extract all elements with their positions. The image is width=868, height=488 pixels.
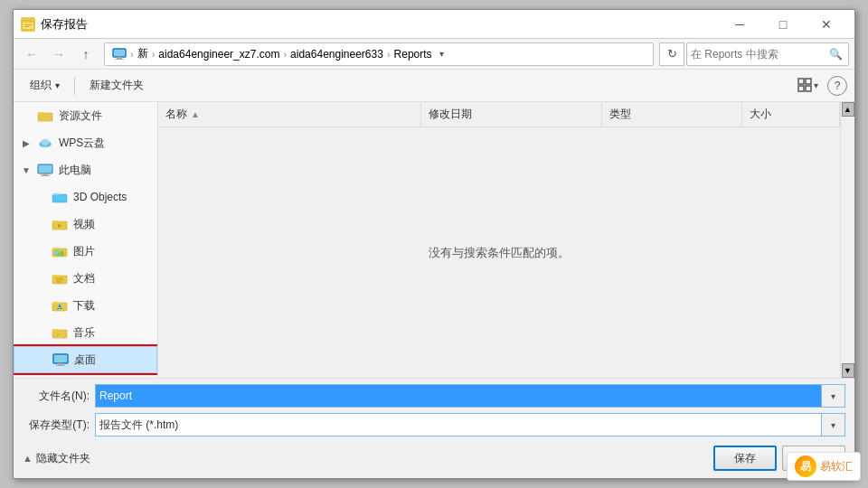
filetype-input[interactable] [95,413,822,436]
col-name[interactable]: 名称 ▲ [158,102,421,127]
bottom-section: 文件名(N): ▾ 保存类型(T): ▾ ▲ 隐藏文件夹 保存 取消 [14,378,854,478]
filename-input[interactable] [95,384,822,408]
search-icon: 🔍 [826,48,844,61]
col-size[interactable]: 大小 [742,102,840,127]
expand-icon: ▲ [23,453,33,464]
sidebar-label-3d: 3D Objects [73,191,127,203]
forward-button[interactable]: → [46,42,71,67]
wps-cloud-icon [37,136,53,149]
file-list-body: 没有与搜索条件匹配的项。 [158,127,840,378]
sidebar-item-video[interactable]: 视频 [14,211,157,238]
3d-folder-icon [52,191,68,203]
svg-rect-37 [56,365,65,366]
svg-rect-17 [42,174,48,175]
svg-rect-19 [52,194,67,202]
svg-rect-11 [38,113,52,121]
save-button[interactable]: 保存 [713,446,777,471]
breadcrumb-aida633: aida64engineer633 [290,48,383,61]
sidebar-item-3d-objects[interactable]: 3D Objects [14,183,157,211]
svg-rect-28 [56,282,61,283]
scrollbar-track[interactable]: ▲ ▼ [840,102,854,378]
toggle-resources [21,110,32,121]
picture-folder-icon [52,245,68,258]
sidebar-label-resources: 资源文件 [59,108,102,124]
breadcrumb-desktop-icon [112,48,127,61]
breadcrumb-reports: Reports [394,48,432,61]
search-input[interactable] [691,48,826,61]
nav-bar: ← → ↑ › 新 › aida64engineer_xz7.com › aid… [14,39,854,70]
empty-message: 没有与搜索条件匹配的项。 [429,245,570,261]
filename-label: 文件名(N): [23,389,95,404]
sidebar-item-pictures[interactable]: 图片 [14,238,157,265]
breadcrumb-dropdown-button[interactable]: ▾ [434,45,450,63]
video-folder-icon [52,218,68,230]
sidebar-item-resources[interactable]: 资源文件 [14,102,157,129]
svg-rect-18 [41,175,50,176]
view-button[interactable]: ▾ [795,74,820,98]
svg-rect-32 [57,308,62,309]
refresh-button[interactable]: ↻ [659,42,684,66]
watermark: 易 易软汇 [787,452,861,481]
sidebar-label-wps: WPS云盘 [59,136,105,151]
breadcrumb: › 新 › aida64engineer_xz7.com › aida64eng… [104,42,654,66]
file-list-area: 名称 ▲ 修改日期 类型 大小 没有与搜索条件匹配的项。 [158,102,840,378]
svg-rect-33 [52,330,67,338]
main-content: 资源文件 ▶ WPS云盘 ▼ [14,102,854,378]
maximize-button[interactable]: □ [762,10,804,39]
svg-rect-16 [38,164,52,174]
music-folder-icon: ♪ [52,326,68,339]
toggle-wps: ▶ [21,137,32,148]
svg-rect-35 [53,354,68,363]
organize-button[interactable]: 组织 ▾ [21,74,69,98]
sidebar-label-desktop: 桌面 [74,352,96,368]
svg-rect-1 [23,23,33,29]
window-controls: ─ □ ✕ [719,10,847,39]
help-button[interactable]: ? [827,76,847,96]
svg-rect-7 [798,79,804,84]
svg-point-15 [42,139,50,145]
toolbar: 组织 ▾ 新建文件夹 ▾ ? [14,70,854,102]
documents-folder-icon [52,272,68,285]
col-type[interactable]: 类型 [602,102,741,127]
filename-row: 文件名(N): ▾ [23,384,845,408]
svg-rect-4 [113,49,126,57]
new-folder-button[interactable]: 新建文件夹 [80,74,153,98]
svg-text:♪: ♪ [56,332,60,338]
filetype-row: 保存类型(T): ▾ [23,413,845,436]
svg-rect-31 [59,305,61,307]
this-pc-icon [37,164,53,176]
toggle-this-pc: ▼ [21,164,32,175]
file-list-header: 名称 ▲ 修改日期 类型 大小 [158,102,840,127]
watermark-logo: 易 [795,455,816,477]
svg-rect-36 [58,363,63,365]
sidebar-label-pictures: 图片 [73,244,95,259]
col-date[interactable]: 修改日期 [421,102,602,127]
watermark-text: 易软汇 [820,459,853,474]
minimize-button[interactable]: ─ [719,10,760,39]
sidebar-item-documents[interactable]: 文档 [14,265,157,292]
sidebar-item-desktop[interactable]: 桌面 [14,346,157,373]
hide-folders-label: 隐藏文件夹 [36,451,90,466]
up-button[interactable]: ↑ [73,42,99,67]
folder-resources-icon [37,109,53,122]
downloads-folder-icon [52,299,68,312]
svg-rect-3 [24,26,29,27]
breadcrumb-aida64: aida64engineer_xz7.com [158,48,279,61]
sidebar-item-downloads[interactable]: 下载 [14,292,157,319]
sidebar-item-wps-cloud[interactable]: ▶ WPS云盘 [14,129,157,156]
svg-rect-9 [798,86,804,91]
filename-dropdown-button[interactable]: ▾ [822,384,845,408]
back-button[interactable]: ← [19,42,44,67]
filetype-dropdown-button[interactable]: ▾ [822,413,845,436]
sidebar-label-this-pc: 此电脑 [59,163,91,178]
svg-rect-8 [806,79,811,84]
svg-rect-2 [24,24,32,25]
desktop-icon [52,353,69,366]
search-box: 🔍 [686,42,849,66]
close-button[interactable]: ✕ [806,10,847,39]
filetype-label: 保存类型(T): [23,418,95,433]
sidebar-item-this-pc[interactable]: ▼ 此电脑 [14,156,157,183]
sidebar-item-music[interactable]: ♪ 音乐 [14,319,157,346]
sidebar-label-video: 视频 [73,217,95,232]
save-dialog: 保存报告 ─ □ ✕ ← → ↑ › 新 › aida64engineer_xz… [13,9,855,479]
